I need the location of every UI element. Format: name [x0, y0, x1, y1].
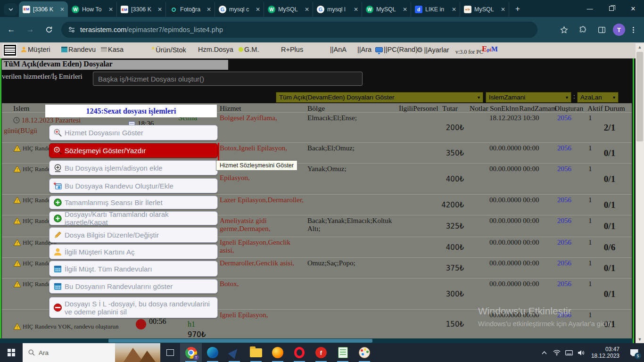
nav-pc-rand[interactable]: ||PC(Rand)	[375, 46, 418, 53]
nav-randevu[interactable]: Randevu	[61, 46, 96, 53]
col-header-son-eklnn[interactable]: SonEklnn	[490, 104, 519, 113]
vertical-scrollbar-thumb[interactable]	[636, 52, 643, 141]
taskbar-paint-icon[interactable]	[354, 343, 375, 362]
taskbar-foxit-icon[interactable]: f	[310, 343, 332, 362]
side-panel-icon[interactable]	[594, 22, 609, 37]
menu-item-randevu-olustur-ekle[interactable]: Bu Dosyaya Randevu Oluştur/Ekle	[49, 178, 218, 193]
tab-epim-1[interactable]: EM [3306 K ✕	[19, 1, 68, 17]
filter-sortdir-select[interactable]: AzaLan▾	[577, 92, 619, 103]
row-olusturan-link[interactable]: 2056	[557, 259, 578, 267]
row-olusturan-link[interactable]: 2056	[557, 280, 578, 288]
menu-item-dosyanin-randevularini-goster[interactable]: Bu Dosyanın Randevularını göster	[49, 279, 218, 294]
close-button[interactable]: ✕	[622, 0, 644, 17]
new-tab-button[interactable]: +	[511, 2, 524, 16]
col-header-durum[interactable]: Durum	[604, 104, 625, 113]
tab-close-icon[interactable]: ✕	[499, 6, 507, 13]
tab-mysql-2[interactable]: W MySQL ✕	[264, 2, 313, 17]
row-olusturan-link[interactable]: 2056	[557, 239, 578, 247]
maximize-button[interactable]	[601, 0, 622, 17]
tray-expand-button[interactable]	[538, 343, 551, 362]
nav-ara[interactable]: ||Ara	[357, 46, 372, 53]
col-header-olusturan[interactable]: Oluşturan	[554, 104, 583, 113]
tab-mysql-3[interactable]: G mysql l ✕	[313, 2, 362, 17]
tab-close-icon[interactable]: ✕	[58, 6, 66, 13]
back-button[interactable]: ←	[4, 22, 19, 37]
tab-epim-2[interactable]: EM [3306 K ✕	[117, 2, 166, 17]
col-header-notlar[interactable]: Notlar	[470, 104, 488, 113]
profile-avatar[interactable]: T	[613, 24, 625, 36]
task-view-button[interactable]	[160, 343, 180, 362]
taskbar-opera-icon[interactable]	[289, 343, 310, 362]
menu-item-dosya-bilgisi-duzenle[interactable]: Dosya Bilgisi Düzenle/Değiştir	[49, 227, 218, 243]
action-center-button[interactable]: 5	[624, 343, 644, 362]
tab-fotograf[interactable]: Fotoğra ✕	[166, 2, 215, 17]
menu-item-tamamlandi-isaretle-kapat[interactable]: Dosyayı/Kartı Tamamlandı olarak işaretle…	[49, 211, 218, 225]
row-olusturan-link[interactable]: 2056	[557, 217, 578, 225]
bookmark-star-icon[interactable]	[556, 22, 571, 37]
tab-search-button[interactable]	[4, 3, 18, 16]
col-header-ilgili-personel[interactable]: İlgiliPersonel	[399, 104, 438, 113]
nav-hzm-dosya[interactable]: Hzm.Dosya	[198, 46, 233, 53]
tab-mysql-5[interactable]: w3r MySQL ✕	[460, 2, 509, 17]
row-olusturan-link[interactable]: 2056	[557, 144, 578, 152]
taskbar-firefox-icon[interactable]	[267, 343, 289, 362]
tab-close-icon[interactable]: ✕	[352, 6, 360, 13]
menu-item-sozlesmeyi-goster-yazdir[interactable]: Sözleşmeyi Göster/Yazdır	[49, 143, 218, 158]
nav-rplus[interactable]: R+Plus	[281, 46, 303, 53]
minimize-button[interactable]: —	[579, 0, 601, 17]
row-olusturan-link[interactable]: 2056	[557, 196, 578, 204]
col-header-rand-zamani[interactable]: RandZamani	[519, 104, 557, 113]
tab-mysql-4[interactable]: W MySQL ✕	[362, 2, 411, 17]
taskbar-edge-icon[interactable]	[202, 343, 223, 362]
nav-urun-stok[interactable]: * Ürün/Stok	[152, 46, 186, 54]
tab-close-icon[interactable]: ✕	[205, 6, 213, 13]
create-file-input[interactable]	[93, 72, 363, 86]
wifi-indicator[interactable]	[551, 343, 563, 362]
tab-close-icon[interactable]: ✕	[254, 6, 262, 13]
row-olusturan-link[interactable]: 2056	[557, 165, 578, 173]
taskbar-search[interactable]: Ara	[23, 343, 160, 362]
taskbar-chrome-icon[interactable]: T	[180, 343, 202, 362]
col-header-tutar[interactable]: Tutar	[442, 104, 458, 113]
reload-button[interactable]	[41, 22, 57, 37]
tab-howto[interactable]: W How To ✕	[68, 2, 117, 17]
tab-close-icon[interactable]: ✕	[156, 6, 164, 13]
col-header-aktif[interactable]: Aktif	[587, 104, 603, 113]
row-olusturan-link[interactable]: 2056	[557, 114, 578, 122]
menu-item-hizmet-dosyasini-goster[interactable]: Hizmet Dosyasını Göster	[49, 125, 218, 140]
filter-show-select[interactable]: Tüm Açık(DevamEden) Dosyaları Göster▾	[276, 92, 483, 103]
volume-indicator[interactable]	[575, 343, 587, 362]
scroll-up-arrow-icon[interactable]: ▲	[636, 43, 644, 51]
browser-menu-icon[interactable]	[629, 27, 637, 33]
nav-musteri[interactable]: Müşteri	[21, 46, 50, 53]
hamburger-menu-icon[interactable]	[3, 44, 17, 57]
col-header-islem[interactable]: Islem	[13, 104, 29, 113]
menu-item-seansi-ilerlet[interactable]: Tamamlanmış Seansı Bir İlerlet	[49, 196, 218, 209]
taskbar-cursor-app-icon[interactable]	[223, 343, 245, 362]
nav-gm[interactable]: G.M.	[239, 46, 259, 53]
menu-item-islem-adisyon-ekle[interactable]: Bu Dosyaya işlem/adisyon ekle	[49, 160, 218, 175]
tab-close-icon[interactable]: ✕	[401, 6, 409, 13]
menu-item-dosyayi-sil[interactable]: Dosyayı S İ L -dosyayi, bu dosya randevu…	[49, 297, 218, 318]
menu-item-musteri-tum-randevulari[interactable]: İlgili Müşt. Tüm Randevuları	[49, 261, 218, 277]
forward-button[interactable]: →	[23, 22, 38, 37]
search-highlight-image[interactable]	[115, 343, 160, 362]
scroll-down-arrow-icon[interactable]: ▼	[636, 336, 644, 343]
nav-ana[interactable]: ||AnA	[330, 46, 347, 53]
address-bar[interactable]: terasistem.com/epimaster7/epimdos_liste4…	[61, 22, 537, 38]
vertical-scrollbar[interactable]: ▲ ▼	[636, 43, 644, 343]
touch-keyboard-indicator[interactable]	[563, 343, 575, 362]
tab-close-icon[interactable]: ✕	[303, 6, 311, 13]
tab-like-in[interactable]: d LIKE in ✕	[411, 2, 460, 17]
taskbar-notepad-icon[interactable]	[332, 343, 354, 362]
col-header-bolge[interactable]: Bölge	[307, 104, 325, 113]
nav-kasa[interactable]: Kasa	[101, 46, 124, 53]
taskbar-file-explorer-icon[interactable]	[245, 343, 267, 362]
menu-item-musteri-kartini-ac[interactable]: İlgili Müşteri Kartını Aç	[49, 244, 218, 259]
horizontal-scrollbar[interactable]	[0, 338, 633, 343]
tab-mysql-1[interactable]: G mysql c ✕	[215, 2, 264, 17]
extensions-icon[interactable]	[575, 22, 590, 37]
col-header-hizmet[interactable]: Hizmet	[220, 104, 241, 113]
tab-close-icon[interactable]: ✕	[107, 6, 115, 13]
tab-close-icon[interactable]: ✕	[450, 6, 458, 13]
